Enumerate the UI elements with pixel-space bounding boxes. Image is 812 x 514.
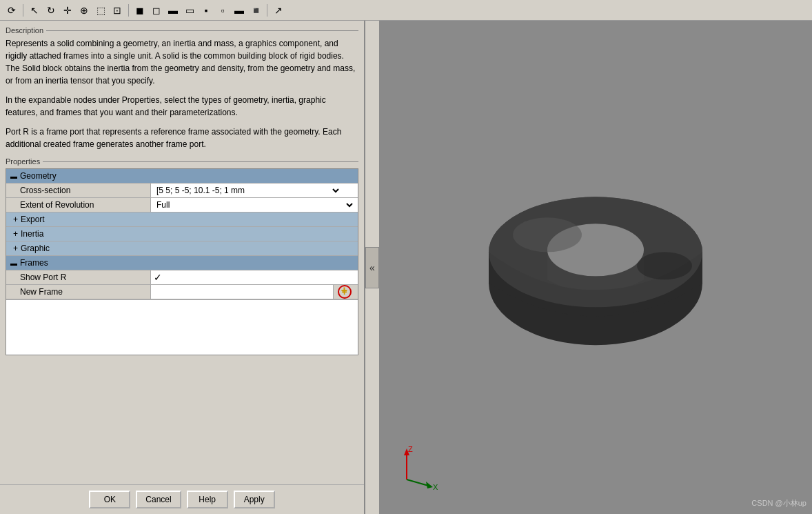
torus-shadow: [637, 252, 692, 279]
show-port-r-checkbox[interactable]: ✓: [154, 272, 162, 283]
show-port-r-value[interactable]: ✓: [151, 270, 358, 284]
cancel-button[interactable]: Cancel: [136, 491, 181, 508]
export-group-header[interactable]: + Export: [6, 212, 358, 227]
extent-revolution-label: Extent of Revolution: [6, 198, 151, 212]
empty-space: [6, 299, 358, 355]
box-solid-icon[interactable]: ◼: [132, 3, 148, 18]
add-frame-button[interactable]: +: [333, 285, 358, 299]
description-label: Description: [6, 26, 358, 34]
svg-text:X: X: [433, 483, 438, 491]
inertia-label: Inertia: [21, 229, 43, 239]
zoom-icon[interactable]: ⊕: [77, 3, 92, 18]
torus-3d: [465, 145, 727, 368]
inertia-group-header[interactable]: + Inertia: [6, 227, 358, 241]
left-panel-scroll[interactable]: Description Represents a solid combining…: [0, 21, 364, 484]
frames-expand-icon: ▬: [10, 259, 17, 267]
graphic-group-header[interactable]: + Graphic: [6, 241, 358, 256]
collapse-panel-button[interactable]: «: [365, 247, 379, 288]
3d-scene: Z X CSDN @小林up: [379, 21, 812, 514]
description-paragraph-2: In the expandable nodes under Properties…: [6, 94, 358, 119]
graphic-label: Graphic: [21, 244, 50, 253]
separator-1: [23, 4, 23, 17]
description-paragraph-3: Port R is a frame port that represents a…: [6, 126, 358, 150]
rotate-icon[interactable]: ↻: [43, 3, 59, 18]
new-frame-label: New Frame: [6, 285, 151, 299]
main-toolbar: ⟳ ↖ ↻ ✛ ⊕ ⬚ ⊡ ◼ ◻ ▬ ▭ ▪ ▫ ▬ ◾ ↗: [0, 0, 812, 21]
select-icon[interactable]: ↖: [27, 3, 42, 18]
watermark: CSDN @小林up: [751, 498, 806, 508]
show-port-r-label: Show Port R: [6, 270, 151, 284]
properties-label: Properties: [6, 157, 358, 166]
properties-table: ▬ Geometry Cross-section [5 5; 5 -5; 10.…: [6, 168, 358, 355]
plus-icon: +: [341, 286, 347, 297]
export-expand-icon: +: [13, 215, 18, 224]
axes-widget: Z X: [393, 445, 434, 486]
add-circle-icon: +: [338, 285, 352, 299]
apply-button[interactable]: Apply: [234, 491, 275, 508]
shape2-icon[interactable]: ▭: [182, 3, 197, 18]
shape3-icon[interactable]: ▪: [199, 3, 214, 18]
move-icon[interactable]: ✛: [60, 3, 75, 18]
help-button[interactable]: Help: [187, 491, 228, 508]
geometry-label: Geometry: [20, 171, 57, 181]
ok-button[interactable]: OK: [89, 491, 130, 508]
new-frame-row: New Frame +: [6, 285, 358, 299]
inertia-expand-icon: +: [13, 229, 18, 239]
cross-section-value[interactable]: [5 5; 5 -5; 10.1 -5; 1 mm: [151, 184, 358, 197]
new-frame-value: [151, 285, 333, 299]
separator-2: [128, 4, 129, 17]
dialog-buttons: OK Cancel Help Apply: [0, 484, 364, 514]
shape6-icon[interactable]: ◾: [248, 3, 263, 18]
torus-svg: [465, 145, 727, 366]
arrow-up-icon[interactable]: ↗: [271, 3, 286, 18]
graphic-expand-icon: +: [13, 244, 18, 253]
description-paragraph-1: Represents a solid combining a geometry,…: [6, 37, 358, 87]
export-label: Export: [21, 215, 45, 224]
separator-3: [267, 4, 267, 17]
shape4-icon[interactable]: ▫: [215, 3, 230, 18]
zoom-fit-icon[interactable]: ⊡: [110, 3, 125, 18]
svg-marker-4: [426, 482, 433, 488]
geometry-expand-icon: ▬: [10, 172, 17, 180]
properties-section: Properties ▬ Geometry Cross-section: [6, 157, 358, 355]
cross-section-row: Cross-section [5 5; 5 -5; 10.1 -5; 1 mm: [6, 184, 358, 198]
left-panel: Description Represents a solid combining…: [0, 21, 365, 514]
cross-section-label: Cross-section: [6, 184, 151, 197]
frames-group-header[interactable]: ▬ Frames: [6, 256, 358, 270]
frames-label: Frames: [20, 258, 48, 268]
extent-revolution-value[interactable]: Full: [151, 198, 358, 212]
extent-revolution-row: Extent of Revolution Full: [6, 198, 358, 212]
cross-section-select[interactable]: [5 5; 5 -5; 10.1 -5; 1 mm: [154, 185, 341, 196]
refresh-icon[interactable]: ⟳: [4, 3, 19, 18]
shape5-icon[interactable]: ▬: [232, 3, 247, 18]
zoom-box-icon[interactable]: ⬚: [93, 3, 108, 18]
viewport-3d[interactable]: Z X CSDN @小林up: [379, 21, 812, 514]
svg-text:Z: Z: [408, 445, 413, 453]
show-port-r-row: Show Port R ✓: [6, 270, 358, 285]
shape1-icon[interactable]: ▬: [165, 3, 181, 18]
main-content: Description Represents a solid combining…: [0, 21, 812, 514]
extent-revolution-select[interactable]: Full: [154, 199, 355, 210]
box-outline-icon[interactable]: ◻: [149, 3, 164, 18]
torus-highlight: [513, 217, 582, 252]
geometry-group-header[interactable]: ▬ Geometry: [6, 169, 358, 184]
